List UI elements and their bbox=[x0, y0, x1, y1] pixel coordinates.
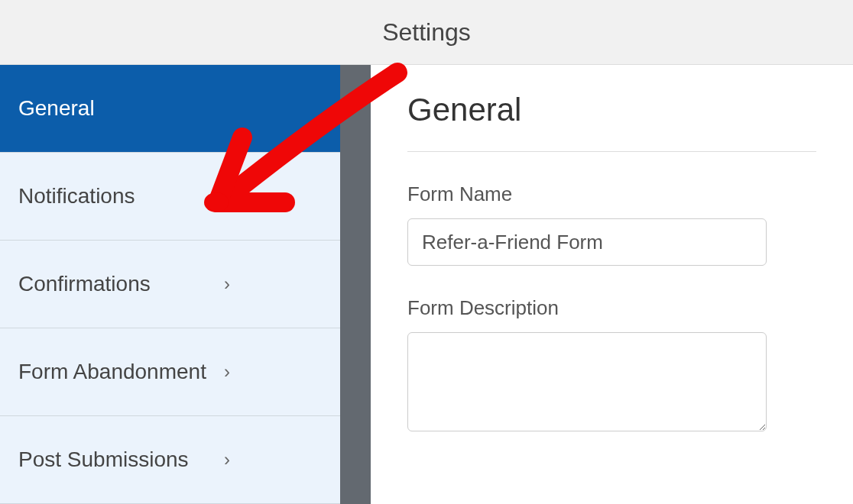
form-name-label: Form Name bbox=[407, 183, 816, 206]
form-description-label: Form Description bbox=[407, 296, 816, 320]
sidebar-item-label: Post Submissions bbox=[18, 447, 189, 472]
vertical-divider bbox=[340, 65, 371, 504]
sidebar-item-confirmations[interactable]: Confirmations › bbox=[0, 241, 340, 328]
sidebar-item-label: Notifications bbox=[18, 184, 135, 208]
chevron-right-icon: › bbox=[224, 449, 230, 470]
form-name-input[interactable] bbox=[407, 218, 767, 266]
divider bbox=[407, 151, 816, 152]
section-title: General bbox=[407, 92, 816, 128]
page-title: Settings bbox=[382, 18, 471, 47]
sidebar-item-label: Confirmations bbox=[18, 272, 151, 296]
sidebar: General Notifications Confirmations › Fo… bbox=[0, 65, 340, 504]
chevron-right-icon: › bbox=[224, 361, 230, 383]
form-description-textarea[interactable] bbox=[407, 332, 767, 431]
sidebar-item-label: General bbox=[18, 96, 95, 121]
sidebar-item-form-abandonment[interactable]: Form Abandonment › bbox=[0, 328, 340, 416]
sidebar-item-notifications[interactable]: Notifications bbox=[0, 153, 340, 241]
main-panel: General Form Name Form Description bbox=[371, 65, 853, 504]
chevron-right-icon: › bbox=[224, 273, 230, 295]
sidebar-item-general[interactable]: General bbox=[0, 65, 340, 153]
sidebar-item-post-submissions[interactable]: Post Submissions › bbox=[0, 416, 340, 504]
sidebar-item-label: Form Abandonment bbox=[18, 360, 206, 384]
header: Settings bbox=[0, 0, 853, 65]
container: General Notifications Confirmations › Fo… bbox=[0, 65, 853, 504]
